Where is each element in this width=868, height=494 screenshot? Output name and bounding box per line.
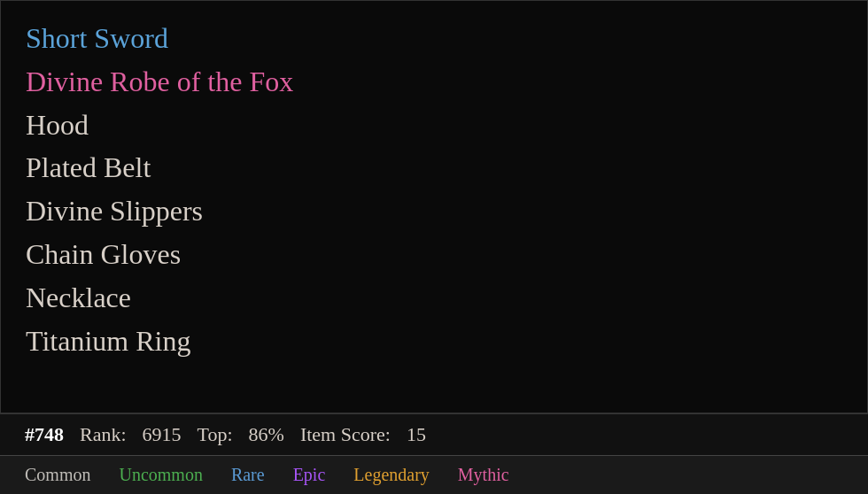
item-row-short-sword: Short Sword <box>26 17 842 60</box>
legend-bar: CommonUncommonRareEpicLegendaryMythic <box>0 455 868 494</box>
rank-value: 6915 <box>143 423 182 446</box>
status-bar: #748 Rank: 6915 Top: 86% Item Score: 15 <box>0 413 868 455</box>
top-label: Top: <box>198 423 233 446</box>
item-row-chain-gloves: Chain Gloves <box>26 233 842 276</box>
item-row-necklace: Necklace <box>26 276 842 320</box>
score-label: Item Score: <box>300 423 391 446</box>
top-value: 86% <box>249 423 284 446</box>
legend-mythic: Mythic <box>458 465 509 485</box>
score-value: 15 <box>407 423 426 446</box>
item-row-titanium-ring: Titanium Ring <box>26 320 842 363</box>
item-list-panel: Short SwordDivine Robe of the FoxHoodPla… <box>0 0 868 413</box>
item-row-hood: Hood <box>26 104 842 147</box>
legend-common: Common <box>25 465 90 485</box>
rank-label: Rank: <box>80 423 127 446</box>
legend-rare: Rare <box>231 465 265 485</box>
item-row-divine-robe: Divine Robe of the Fox <box>26 60 842 104</box>
legend-uncommon: Uncommon <box>119 465 202 485</box>
item-row-plated-belt: Plated Belt <box>26 146 842 189</box>
legend-legendary: Legendary <box>353 465 430 485</box>
legend-epic: Epic <box>293 465 326 485</box>
rank-id: #748 <box>25 423 64 446</box>
item-row-divine-slippers: Divine Slippers <box>26 189 842 233</box>
